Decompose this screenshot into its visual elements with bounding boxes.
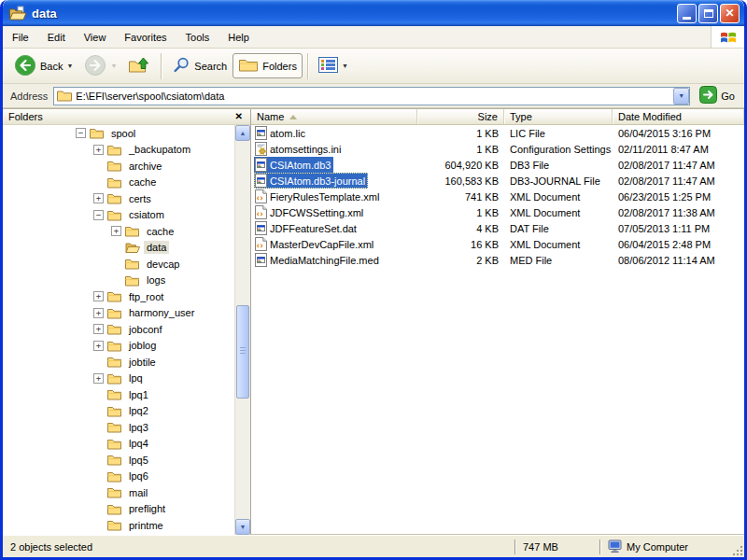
file-name[interactable]: JDFCWSSetting.xml — [254, 204, 366, 220]
file-row-MasterDevCapFile.xml[interactable]: MasterDevCapFile.xml16 KBXML Document06/… — [251, 236, 744, 252]
tree-item-_backupatom[interactable]: +_backupatom — [3, 142, 234, 159]
tree-item-cache[interactable]: cache — [3, 175, 234, 191]
tree-item-data[interactable]: data — [3, 240, 234, 257]
file-row-FieryRulesTemplate.xml[interactable]: FieryRulesTemplate.xml741 KBXML Document… — [251, 189, 744, 204]
expand-icon[interactable]: + — [93, 145, 104, 155]
scroll-up-icon[interactable]: ▲ — [235, 125, 250, 141]
address-bar: Address E:\EFI\server\spool\csiatom\data… — [3, 84, 744, 108]
column-header-date-modified[interactable]: Date Modified — [613, 109, 744, 124]
menu-favorites[interactable]: Favorites — [115, 26, 176, 48]
file-row-atom.lic[interactable]: atom.lic1 KBLIC File06/04/2015 3:16 PM — [251, 125, 744, 141]
file-name[interactable]: atomsettings.ini — [254, 141, 344, 157]
forward-button[interactable]: ▼ — [78, 50, 122, 82]
scrollbar-thumb[interactable] — [236, 305, 249, 399]
tree-item-harmony_user[interactable]: +harmony_user — [3, 305, 234, 322]
menu-view[interactable]: View — [75, 26, 116, 48]
folder-icon — [107, 519, 122, 531]
expand-icon[interactable]: + — [93, 308, 104, 318]
minimize-button[interactable] — [677, 4, 697, 23]
tree-item-label: jobtile — [126, 356, 159, 369]
file-name-cell: CSIAtom.db3-journal — [251, 173, 417, 189]
expand-icon[interactable]: + — [93, 324, 104, 334]
go-button[interactable]: Go — [696, 86, 739, 105]
views-button[interactable]: ▼ — [313, 53, 354, 78]
address-dropdown-icon[interactable]: ▼ — [673, 88, 689, 105]
expand-icon[interactable]: + — [93, 373, 104, 384]
file-row-JDFCWSSetting.xml[interactable]: JDFCWSSetting.xml1 KBXML Document02/08/2… — [251, 204, 744, 220]
search-button[interactable]: Search — [166, 52, 233, 80]
up-button[interactable] — [122, 52, 156, 80]
tree-item-cache[interactable]: +cache — [3, 223, 234, 240]
expand-icon[interactable]: + — [93, 193, 104, 203]
menu-edit[interactable]: Edit — [38, 26, 75, 48]
file-name[interactable]: CSIAtom.db3-journal — [254, 173, 368, 189]
file-name[interactable]: JDFFeatureSet.dat — [254, 220, 359, 236]
tree-item-ftp_root[interactable]: +ftp_root — [3, 288, 234, 305]
tree-item-csiatom[interactable]: −csiatom — [3, 207, 234, 224]
tree-scrollbar[interactable]: ▲ ▼ — [234, 125, 250, 535]
menu-file[interactable]: File — [3, 26, 38, 48]
file-name[interactable]: MasterDevCapFile.xml — [254, 236, 376, 252]
address-input[interactable]: E:\EFI\server\spool\csiatom\data — [76, 91, 673, 102]
column-header-size[interactable]: Size — [417, 109, 504, 124]
tree-item-joblog[interactable]: +joblog — [3, 338, 234, 355]
status-selection: 2 objects selected — [3, 536, 514, 557]
scroll-down-icon[interactable]: ▼ — [235, 519, 250, 535]
close-button[interactable]: ✕ — [720, 4, 740, 23]
folder-tree: −spool+_backupatomarchivecache+certs−csi… — [3, 125, 234, 535]
tree-item-lpq2[interactable]: lpq2 — [3, 403, 234, 420]
back-dropdown-icon[interactable]: ▼ — [66, 63, 73, 69]
expand-icon[interactable]: + — [111, 226, 121, 236]
resize-grip[interactable] — [731, 536, 744, 557]
address-combobox[interactable]: E:\EFI\server\spool\csiatom\data ▼ — [53, 87, 690, 105]
tree-item-devcap[interactable]: devcap — [3, 256, 234, 273]
tree-item-spool[interactable]: −spool — [3, 125, 234, 142]
tree-item-archive[interactable]: archive — [3, 158, 234, 175]
file-name[interactable]: MediaMatchingFile.med — [254, 252, 382, 268]
file-row-atomsettings.ini[interactable]: atomsettings.ini1 KBConfiguration Settin… — [251, 141, 744, 157]
folders-button[interactable]: Folders — [233, 53, 303, 78]
menu-help[interactable]: Help — [218, 26, 259, 48]
file-name[interactable]: FieryRulesTemplate.xml — [254, 189, 382, 204]
menu-tools[interactable]: Tools — [176, 26, 219, 48]
file-row-CSIAtom.db3-journal[interactable]: CSIAtom.db3-journal160,583 KBDB3-JOURNAL… — [251, 173, 744, 189]
column-header-type[interactable]: Type — [504, 109, 613, 124]
tree-item-label: spool — [108, 127, 138, 140]
tree-item-lpq3[interactable]: lpq3 — [3, 419, 234, 436]
file-date-modified: 02/08/2017 11:47 AM — [613, 160, 744, 171]
toolbar-separator — [307, 53, 308, 79]
folder-open-icon — [8, 6, 27, 21]
back-button[interactable]: Back ▼ — [8, 50, 78, 82]
maximize-button[interactable] — [698, 4, 718, 23]
tree-item-logs[interactable]: logs — [3, 273, 234, 289]
file-row-JDFFeatureSet.dat[interactable]: JDFFeatureSet.dat4 KBDAT File07/05/2013 … — [251, 220, 744, 236]
tree-item-lpq1[interactable]: lpq1 — [3, 386, 234, 403]
tree-item-jobconf[interactable]: +jobconf — [3, 321, 234, 338]
tree-item-lpq[interactable]: +lpq — [3, 371, 234, 387]
expand-icon[interactable]: + — [93, 291, 104, 301]
file-name-cell: FieryRulesTemplate.xml — [251, 189, 417, 204]
collapse-icon[interactable]: − — [93, 210, 104, 220]
tree-item-lpq5[interactable]: lpq5 — [3, 452, 234, 469]
file-date-modified: 02/11/2011 8:47 AM — [613, 144, 744, 155]
tree-item-lpq4[interactable]: lpq4 — [3, 436, 234, 453]
tree-item-preflight[interactable]: preflight — [3, 501, 234, 518]
expand-icon[interactable]: + — [93, 341, 104, 351]
file-name[interactable]: CSIAtom.db3 — [254, 157, 333, 173]
folders-panel-close-icon[interactable]: ✕ — [233, 112, 245, 121]
column-header-name[interactable]: Name — [251, 109, 417, 124]
explorer-window: data ✕ File Edit View Favorites Tools He… — [0, 0, 747, 560]
tree-item-certs[interactable]: +certs — [3, 190, 234, 207]
tree-item-jobtile[interactable]: jobtile — [3, 354, 234, 371]
file-name[interactable]: atom.lic — [254, 125, 308, 141]
tree-indent — [111, 275, 121, 286]
views-dropdown-icon[interactable]: ▼ — [342, 63, 348, 69]
tree-item-pslib[interactable]: pslib — [3, 534, 234, 536]
file-row-MediaMatchingFile.med[interactable]: MediaMatchingFile.med2 KBMED File08/06/2… — [251, 252, 744, 268]
tree-item-lpq6[interactable]: lpq6 — [3, 469, 234, 485]
tree-item-mail[interactable]: mail — [3, 484, 234, 501]
file-size: 160,583 KB — [417, 175, 504, 187]
file-row-CSIAtom.db3[interactable]: CSIAtom.db3604,920 KBDB3 File02/08/2017 … — [251, 157, 744, 173]
tree-item-printme[interactable]: printme — [3, 517, 234, 534]
collapse-icon[interactable]: − — [76, 128, 86, 138]
